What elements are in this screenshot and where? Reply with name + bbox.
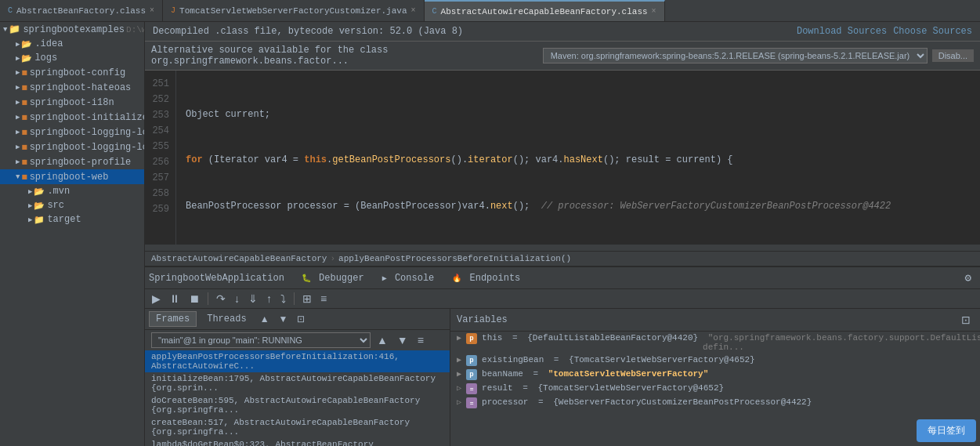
frame-item-2[interactable]: doCreateBean:595, AbstractAutowireCapabl…: [145, 394, 450, 416]
tab-endpoints[interactable]: 🔥 Endpoints: [445, 270, 527, 287]
editor-tabs: C AbstractBeanFactory.class × J TomcatSe…: [0, 0, 980, 22]
collapse-arrow-idea: ▶: [16, 40, 20, 49]
module-icon-hateoas: ◼: [21, 82, 27, 93]
var-expand-result: ▷: [457, 383, 461, 393]
expand-arrow-web: ▼: [16, 173, 20, 181]
var-item-this[interactable]: ▶ p this = {DefaultListableBeanFactory@4…: [450, 332, 980, 354]
module-icon-profile: ◼: [21, 156, 27, 168]
project-sidebar: ▼ 📁 springbootexamples D:\works ▶ 📂 .ide…: [0, 22, 145, 446]
tab-abstractbeanfactory[interactable]: C AbstractBeanFactory.class ×: [0, 0, 163, 21]
watch-button[interactable]: ≡: [317, 291, 330, 306]
expand-arrow-initializer: ▶: [16, 113, 20, 121]
sidebar-item-idea[interactable]: ▶ 📂 .idea: [0, 37, 144, 51]
tab-close-0[interactable]: ×: [150, 6, 154, 15]
frame-item-3[interactable]: createBean:517, AbstractAutowireCapableB…: [145, 416, 450, 438]
tab-threads[interactable]: Threads: [200, 311, 253, 327]
sidebar-root[interactable]: ▼ 📁 springbootexamples D:\works: [0, 22, 144, 37]
thread-dropdown[interactable]: "main"@1 in group "main": RUNNING: [151, 332, 371, 348]
sidebar-item-hateoas[interactable]: ▶ ◼ springboot-hateoas: [0, 80, 144, 95]
variables-settings-button[interactable]: ⊡: [958, 312, 974, 328]
var-item-processor[interactable]: ▷ = processor = {WebServerFactoryCustomi…: [450, 396, 980, 410]
tab-close-1[interactable]: ×: [411, 6, 416, 15]
expand-arrow: ▼: [3, 26, 7, 34]
sidebar-item-mvn[interactable]: ▶ 📂 .mvn: [0, 184, 144, 198]
disable-button[interactable]: Disab...: [932, 49, 974, 62]
expand-arrow-profile: ▶: [16, 158, 20, 166]
breadcrumb: AbstractAutowireCapableBeanFactory › app…: [145, 251, 980, 266]
app-label: SpringbootWebApplication: [149, 273, 284, 284]
tab-console[interactable]: ▶ Console: [375, 270, 442, 287]
folder-icon-mvn: 📂: [34, 187, 45, 197]
sidebar-item-logs[interactable]: ▶ 📂 logs: [0, 51, 144, 65]
sidebar-item-initializer[interactable]: ▶ ◼ springboot-initializer-quick: [0, 110, 144, 125]
sidebar-item-i18n[interactable]: ▶ ◼ springboot-i18n: [0, 95, 144, 110]
sidebar-item-config[interactable]: ▶ ◼ springboot-config: [0, 65, 144, 80]
frames-settings-button[interactable]: ⊡: [294, 312, 308, 326]
var-item-beanname[interactable]: ▶ p beanName = "tomcatServletWebServerFa…: [450, 368, 980, 382]
step-into-button[interactable]: ↓: [231, 291, 243, 306]
var-icon-result: =: [466, 383, 477, 394]
console-icon: ▶: [382, 274, 387, 283]
class-icon-active: C: [432, 7, 437, 16]
code-editor[interactable]: 251 252 253 254 255 256 257 258 259 Obje…: [145, 71, 980, 245]
thread-down-button[interactable]: ▼: [394, 332, 411, 348]
folder-icon-logs: 📂: [21, 53, 32, 63]
frames-toolbar: Frames Threads ▲ ▼ ⊡: [145, 309, 450, 330]
module-icon-logback: ◼: [21, 141, 27, 153]
breadcrumb-method: applyBeanPostProcessorsBeforeInitializat…: [338, 254, 571, 263]
alt-source-dropdown[interactable]: Maven: org.springframework:spring-beans:…: [543, 48, 928, 63]
frame-item-0[interactable]: applyBeanPostProcessorsBeforeInitializat…: [145, 350, 450, 372]
tab-tomcatservlet[interactable]: J TomcatServletWebServerFactoryCustomize…: [163, 0, 424, 21]
evaluate-button[interactable]: ⊞: [299, 291, 315, 306]
sidebar-item-logging-logback[interactable]: ▶ ◼ springboot-logging-logbac: [0, 140, 144, 154]
pause-button[interactable]: ⏸: [166, 291, 183, 306]
frames-down-button[interactable]: ▼: [276, 312, 291, 326]
sidebar-item-logging-log4j[interactable]: ▶ ◼ springboot-logging-log4j: [0, 125, 144, 140]
tab-close-2[interactable]: ×: [652, 7, 656, 16]
thread-up-button[interactable]: ▲: [374, 332, 391, 348]
frames-up-button[interactable]: ▲: [257, 312, 273, 326]
var-item-result[interactable]: ▷ = result = {TomcatServletWebServerFact…: [450, 382, 980, 396]
folder-icon-src: 📂: [34, 201, 45, 211]
source-links: Download Sources Choose Sources: [797, 26, 972, 37]
stop-button[interactable]: ⏹: [186, 291, 203, 306]
frames-list: applyBeanPostProcessorsBeforeInitializat…: [145, 350, 450, 446]
variables-list: ▶ p this = {DefaultListableBeanFactory@4…: [450, 332, 980, 446]
module-icon-web: ◼: [21, 171, 27, 183]
download-sources-link[interactable]: Download Sources: [797, 26, 887, 37]
folder-icon-idea: 📂: [21, 39, 32, 49]
module-icon-log4j: ◼: [21, 126, 27, 138]
alt-source-text: Alternative source available for the cla…: [151, 45, 538, 67]
code-line-251: Object current;: [186, 107, 980, 122]
tab-frames[interactable]: Frames: [149, 311, 197, 327]
sidebar-item-src[interactable]: ▶ 📂 src: [0, 198, 144, 212]
tab-debugger[interactable]: 🐛 Debugger: [295, 270, 371, 287]
step-over-button[interactable]: ↷: [213, 291, 229, 306]
tab-abstractautowire[interactable]: C AbstractAutowireCapableBeanFactory.cla…: [425, 0, 665, 21]
thread-selector: "main"@1 in group "main": RUNNING ▲ ▼ ≡: [145, 330, 450, 350]
frames-panel: Frames Threads ▲ ▼ ⊡ "main"@1 in group ": [145, 309, 450, 446]
var-item-existingbean[interactable]: ▶ p existingBean = {TomcatServletWebServ…: [450, 354, 980, 368]
expand-arrow-i18n: ▶: [16, 98, 20, 107]
sidebar-item-profile[interactable]: ▶ ◼ springboot-profile: [0, 154, 144, 169]
frame-item-1[interactable]: initializeBean:1795, AbstractAutowireCap…: [145, 372, 450, 394]
module-icon-i18n: ◼: [21, 96, 27, 108]
frame-item-4[interactable]: lambda$doGetBean$0:323, AbstractBeanFact…: [145, 438, 450, 446]
horizontal-scrollbar[interactable]: [145, 245, 980, 251]
step-out-button[interactable]: ↑: [263, 291, 275, 306]
run-to-cursor-button[interactable]: ⤵: [277, 291, 289, 306]
thread-filter-button[interactable]: ≡: [414, 332, 427, 348]
debugger-icon: 🐛: [302, 274, 311, 283]
daily-checkin-button[interactable]: 每日签到: [917, 419, 976, 442]
expand-arrow-hateoas: ▶: [16, 83, 20, 92]
choose-sources-link[interactable]: Choose Sources: [893, 26, 972, 37]
var-icon-existingbean: p: [466, 355, 477, 366]
sidebar-item-target[interactable]: ▶ 📁 target: [0, 212, 144, 227]
force-step-into-button[interactable]: ⇓: [245, 291, 261, 306]
endpoints-icon: 🔥: [452, 274, 461, 283]
line-numbers: 251 252 253 254 255 256 257 258 259: [145, 71, 176, 245]
resume-button[interactable]: ▶: [149, 291, 164, 306]
settings-icon[interactable]: ⚙: [960, 271, 976, 285]
breadcrumb-class: AbstractAutowireCapableBeanFactory: [151, 254, 327, 263]
sidebar-item-web[interactable]: ▼ ◼ springboot-web: [0, 169, 144, 184]
